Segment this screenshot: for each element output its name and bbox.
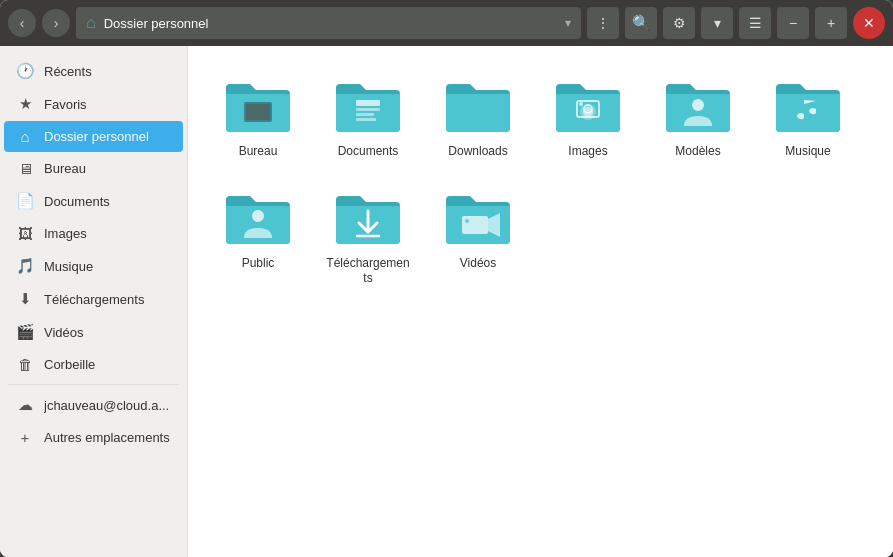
- file-item-modeles[interactable]: Modèles: [648, 66, 748, 168]
- sidebar-label-telechargements: Téléchargements: [44, 292, 144, 307]
- sidebar-label-autres: Autres emplacements: [44, 430, 170, 445]
- file-item-telechargements[interactable]: Téléchargements: [318, 178, 418, 295]
- file-item-documents[interactable]: Documents: [318, 66, 418, 168]
- sidebar-label-recents: Récents: [44, 64, 92, 79]
- svg-rect-4: [356, 113, 374, 116]
- view-toggle-button[interactable]: ▾: [701, 7, 733, 39]
- file-label-videos: Vidéos: [460, 256, 496, 272]
- favoris-icon: ★: [16, 95, 34, 113]
- sidebar-label-corbeille: Corbeille: [44, 357, 95, 372]
- back-button[interactable]: ‹: [8, 9, 36, 37]
- sidebar-label-cloud: jchauveau@cloud.a...: [44, 398, 169, 413]
- sidebar: 🕐 Récents ★ Favoris ⌂ Dossier personnel …: [0, 46, 188, 557]
- sidebar-item-dossier-personnel[interactable]: ⌂ Dossier personnel: [4, 121, 183, 152]
- sidebar-item-videos[interactable]: 🎬 Vidéos: [4, 316, 183, 348]
- sidebar-label-musique: Musique: [44, 259, 93, 274]
- sidebar-divider: [8, 384, 179, 385]
- maximize-button[interactable]: +: [815, 7, 847, 39]
- menu-button[interactable]: ⋮: [587, 7, 619, 39]
- sidebar-item-autres[interactable]: + Autres emplacements: [4, 422, 183, 453]
- sidebar-label-dossier-personnel: Dossier personnel: [44, 129, 149, 144]
- svg-point-11: [692, 99, 704, 111]
- svg-point-10: [579, 102, 583, 106]
- sidebar-label-favoris: Favoris: [44, 97, 87, 112]
- musique-icon: 🎵: [16, 257, 34, 275]
- sidebar-label-videos: Vidéos: [44, 325, 84, 340]
- autres-icon: +: [16, 429, 34, 446]
- svg-rect-1: [246, 104, 270, 120]
- corbeille-icon: 🗑: [16, 356, 34, 373]
- file-area: Bureau Documents: [188, 46, 893, 557]
- menu-dots-icon: ⋮: [596, 15, 610, 31]
- home-sidebar-icon: ⌂: [16, 128, 34, 145]
- svg-point-17: [465, 219, 469, 223]
- close-button[interactable]: ✕: [853, 7, 885, 39]
- folder-icon-videos: [442, 186, 514, 250]
- view-options-button[interactable]: ⚙: [663, 7, 695, 39]
- file-item-videos[interactable]: Vidéos: [428, 178, 528, 295]
- folder-icon-documents: [332, 74, 404, 138]
- file-label-documents: Documents: [338, 144, 399, 160]
- sidebar-label-bureau: Bureau: [44, 161, 86, 176]
- sidebar-item-favoris[interactable]: ★ Favoris: [4, 88, 183, 120]
- location-bar[interactable]: ⌂ Dossier personnel ▾: [76, 7, 581, 39]
- folder-icon-modeles: [662, 74, 734, 138]
- minimize-button[interactable]: −: [777, 7, 809, 39]
- file-label-musique: Musique: [785, 144, 830, 160]
- folder-icon-musique: [772, 74, 844, 138]
- location-menu-icon: ▾: [565, 16, 571, 30]
- list-view-icon: ☰: [749, 15, 762, 31]
- sidebar-item-corbeille[interactable]: 🗑 Corbeille: [4, 349, 183, 380]
- folder-icon-telechargements: [332, 186, 404, 250]
- folder-icon-bureau: [222, 74, 294, 138]
- telechargements-icon: ⬇: [16, 290, 34, 308]
- file-label-images: Images: [568, 144, 607, 160]
- svg-rect-2: [356, 100, 380, 106]
- file-label-downloads: Downloads: [448, 144, 507, 160]
- svg-rect-15: [462, 216, 488, 234]
- file-item-musique[interactable]: Musique: [758, 66, 858, 168]
- file-item-images[interactable]: Images: [538, 66, 638, 168]
- view-options-icon: ⚙: [673, 15, 686, 31]
- file-grid: Bureau Documents: [208, 66, 873, 295]
- videos-icon: 🎬: [16, 323, 34, 341]
- documents-icon: 📄: [16, 192, 34, 210]
- maximize-icon: +: [827, 15, 835, 31]
- titlebar: ‹ › ⌂ Dossier personnel ▾ ⋮ 🔍 ⚙ ▾ ☰ − +: [0, 0, 893, 46]
- svg-rect-3: [356, 108, 380, 111]
- close-icon: ✕: [863, 15, 875, 31]
- search-button[interactable]: 🔍: [625, 7, 657, 39]
- view-toggle-icon: ▾: [714, 15, 721, 31]
- file-item-downloads[interactable]: Downloads: [428, 66, 528, 168]
- sidebar-item-documents[interactable]: 📄 Documents: [4, 185, 183, 217]
- file-item-public[interactable]: Public: [208, 178, 308, 295]
- file-label-telechargements: Téléchargements: [326, 256, 410, 287]
- sidebar-label-documents: Documents: [44, 194, 110, 209]
- images-icon: 🖼: [16, 225, 34, 242]
- folder-icon-downloads: [442, 74, 514, 138]
- back-icon: ‹: [20, 15, 25, 31]
- location-text: Dossier personnel: [104, 16, 557, 31]
- svg-rect-5: [356, 118, 376, 121]
- folder-icon-images: [552, 74, 624, 138]
- recents-icon: 🕐: [16, 62, 34, 80]
- sidebar-item-recents[interactable]: 🕐 Récents: [4, 55, 183, 87]
- sidebar-item-bureau[interactable]: 🖥 Bureau: [4, 153, 183, 184]
- sidebar-item-images[interactable]: 🖼 Images: [4, 218, 183, 249]
- file-label-public: Public: [242, 256, 275, 272]
- forward-icon: ›: [54, 15, 59, 31]
- sidebar-item-musique[interactable]: 🎵 Musique: [4, 250, 183, 282]
- file-label-bureau: Bureau: [239, 144, 278, 160]
- file-item-bureau[interactable]: Bureau: [208, 66, 308, 168]
- forward-button[interactable]: ›: [42, 9, 70, 37]
- sidebar-item-cloud[interactable]: ☁ jchauveau@cloud.a...: [4, 389, 183, 421]
- sidebar-item-telechargements[interactable]: ⬇ Téléchargements: [4, 283, 183, 315]
- svg-point-12: [252, 210, 264, 222]
- main-area: 🕐 Récents ★ Favoris ⌂ Dossier personnel …: [0, 46, 893, 557]
- home-icon: ⌂: [86, 14, 96, 32]
- search-icon: 🔍: [632, 14, 651, 32]
- cloud-icon: ☁: [16, 396, 34, 414]
- minimize-icon: −: [789, 15, 797, 31]
- list-view-button[interactable]: ☰: [739, 7, 771, 39]
- bureau-icon: 🖥: [16, 160, 34, 177]
